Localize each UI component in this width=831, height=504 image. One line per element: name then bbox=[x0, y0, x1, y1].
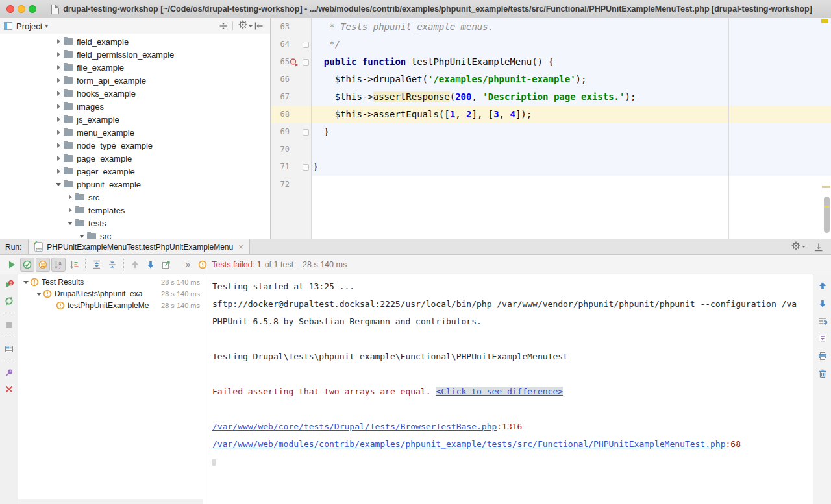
console-link[interactable]: /var/www/web/core/tests/Drupal/Tests/Bro… bbox=[212, 422, 497, 431]
tree-item-node_type_example[interactable]: node_type_example bbox=[0, 139, 270, 152]
tree-item-src[interactable]: src bbox=[0, 191, 270, 204]
chevron-down-icon[interactable]: ▾ bbox=[45, 23, 48, 29]
tree-item-file_example[interactable]: file_example bbox=[0, 61, 270, 74]
test-history-icon[interactable] bbox=[159, 258, 173, 272]
gutter-line-66[interactable]: 66 bbox=[271, 71, 312, 88]
code-editor[interactable]: 63 * Tests phpunit_example menus.64 */65… bbox=[271, 18, 831, 239]
code-text[interactable]: $this->drupalGet('/examples/phpunit-exam… bbox=[312, 71, 831, 88]
editor-scrollbar[interactable] bbox=[824, 197, 830, 233]
show-passed-icon[interactable] bbox=[20, 258, 34, 272]
tree-item-form_api_example[interactable]: form_api_example bbox=[0, 74, 270, 87]
error-stripe-mark[interactable] bbox=[821, 19, 828, 23]
chevron-right-icon[interactable] bbox=[55, 169, 62, 174]
code-text[interactable] bbox=[312, 141, 831, 158]
auto-test-icon[interactable] bbox=[4, 296, 14, 306]
tree-item-js_example[interactable]: js_example bbox=[0, 113, 270, 126]
fold-marker-icon[interactable] bbox=[303, 164, 309, 171]
tree-item-hooks_example[interactable]: hooks_example bbox=[0, 87, 270, 100]
run-tab[interactable]: php✓ PHPUnitExampleMenuTest.testPhpUnitE… bbox=[28, 239, 249, 254]
chevron-right-icon[interactable] bbox=[55, 39, 62, 44]
code-text[interactable] bbox=[312, 176, 831, 193]
next-failed-icon[interactable] bbox=[143, 258, 158, 272]
show-ignored-icon[interactable] bbox=[36, 258, 50, 272]
chevron-right-icon[interactable] bbox=[55, 52, 62, 57]
chevron-right-icon[interactable] bbox=[55, 143, 62, 148]
stop-icon[interactable] bbox=[4, 320, 14, 330]
sort-by-duration-icon[interactable] bbox=[67, 258, 81, 272]
chevron-down-icon[interactable] bbox=[55, 183, 62, 186]
up-stack-icon[interactable] bbox=[817, 281, 828, 291]
clear-all-icon[interactable] bbox=[817, 368, 828, 379]
tree-item-phpunit_example[interactable]: phpunit_example bbox=[0, 178, 270, 191]
chevron-right-icon[interactable] bbox=[55, 156, 62, 161]
previous-failed-icon[interactable] bbox=[128, 258, 142, 272]
chevron-right-icon[interactable] bbox=[66, 208, 74, 213]
gutter-line-69[interactable]: 69 bbox=[271, 123, 312, 141]
hide-panel-icon[interactable] bbox=[253, 20, 265, 32]
minimize-window-button[interactable] bbox=[18, 5, 25, 13]
chevron-down-icon[interactable] bbox=[35, 293, 43, 296]
code-text[interactable]: } bbox=[312, 123, 831, 141]
sort-alphabetically-icon[interactable]: az bbox=[51, 258, 66, 272]
tree-item-menu_example[interactable]: menu_example bbox=[0, 126, 270, 139]
code-text[interactable]: } bbox=[312, 158, 831, 176]
tree-item-field_permission_example[interactable]: field_permission_example bbox=[0, 48, 270, 61]
code-text[interactable]: $this->assertResponse(200, 'Description … bbox=[312, 88, 831, 106]
failed-test-icon[interactable] bbox=[290, 58, 299, 69]
gutter-line-72[interactable]: 72 bbox=[271, 176, 312, 193]
close-window-button[interactable] bbox=[6, 5, 14, 13]
more-icon[interactable]: » bbox=[186, 259, 190, 269]
test-result-row[interactable]: Drupal\Tests\phpunit_exa28 s 140 ms bbox=[18, 288, 203, 300]
fold-marker-icon[interactable] bbox=[303, 42, 309, 48]
soft-wrap-icon[interactable] bbox=[817, 316, 828, 326]
locate-icon[interactable] bbox=[217, 20, 229, 32]
code-text[interactable]: $this->assertEquals([1, 2], [3, 4]); bbox=[312, 106, 831, 123]
gutter-line-65[interactable]: 65 bbox=[271, 53, 312, 71]
tree-item-pager_example[interactable]: pager_example bbox=[0, 165, 270, 178]
close-icon[interactable] bbox=[4, 384, 14, 394]
code-text[interactable]: public function testPhpUnitExampleMenu()… bbox=[312, 53, 831, 71]
scroll-to-end-icon[interactable] bbox=[817, 333, 828, 344]
tree-item-field_example[interactable]: field_example bbox=[0, 35, 270, 48]
fold-marker-icon[interactable] bbox=[303, 59, 309, 66]
rerun-failed-icon[interactable] bbox=[4, 280, 14, 290]
restore-layout-icon[interactable] bbox=[4, 344, 14, 354]
gutter-line-67[interactable]: 67 bbox=[271, 88, 312, 106]
gutter-line-64[interactable]: 64 bbox=[271, 36, 312, 53]
console-link[interactable]: <Click to see difference> bbox=[436, 387, 563, 396]
gutter-line-71[interactable]: 71 bbox=[271, 158, 312, 176]
tree-item-templates[interactable]: templates bbox=[0, 204, 270, 217]
chevron-right-icon[interactable] bbox=[55, 117, 62, 122]
chevron-right-icon[interactable] bbox=[55, 91, 62, 96]
gutter-line-68[interactable]: 68 bbox=[271, 106, 312, 123]
project-panel-title[interactable]: Project bbox=[16, 21, 42, 31]
tree-horizontal-scrollbar[interactable] bbox=[18, 499, 203, 504]
test-result-row[interactable]: Test Results28 s 140 ms bbox=[18, 276, 203, 288]
chevron-right-icon[interactable] bbox=[55, 130, 62, 135]
gutter-line-70[interactable]: 70 bbox=[271, 141, 312, 158]
chevron-right-icon[interactable] bbox=[55, 104, 62, 109]
code-text[interactable]: */ bbox=[312, 36, 831, 53]
rerun-icon[interactable] bbox=[5, 258, 19, 272]
close-tab-icon[interactable]: × bbox=[238, 242, 243, 252]
chevron-down-icon[interactable] bbox=[22, 281, 30, 284]
hide-panel-icon[interactable] bbox=[813, 241, 825, 253]
fold-marker-icon[interactable] bbox=[303, 129, 309, 136]
chevron-right-icon[interactable] bbox=[66, 195, 74, 200]
print-icon[interactable] bbox=[817, 351, 828, 361]
tree-item-src[interactable]: src bbox=[0, 230, 270, 239]
gear-icon[interactable] bbox=[236, 20, 253, 32]
chevron-right-icon[interactable] bbox=[55, 65, 62, 70]
console-output[interactable]: Testing started at 13:25 ...sftp://docke… bbox=[204, 274, 813, 504]
error-stripe-mark[interactable] bbox=[822, 186, 830, 188]
gear-icon[interactable] bbox=[789, 241, 806, 253]
tree-item-page_example[interactable]: page_example bbox=[0, 152, 270, 165]
gutter-line-63[interactable]: 63 bbox=[271, 18, 312, 36]
chevron-down-icon[interactable] bbox=[78, 235, 86, 238]
pin-icon[interactable] bbox=[4, 368, 14, 378]
tree-item-tests[interactable]: tests bbox=[0, 217, 270, 230]
code-text[interactable]: * Tests phpunit_example menus. bbox=[312, 18, 831, 36]
expand-all-icon[interactable] bbox=[90, 258, 104, 272]
console-link[interactable]: /var/www/web/modules/contrib/examples/ph… bbox=[212, 439, 726, 449]
test-result-row[interactable]: testPhpUnitExampleMe28 s 140 ms bbox=[18, 300, 203, 311]
